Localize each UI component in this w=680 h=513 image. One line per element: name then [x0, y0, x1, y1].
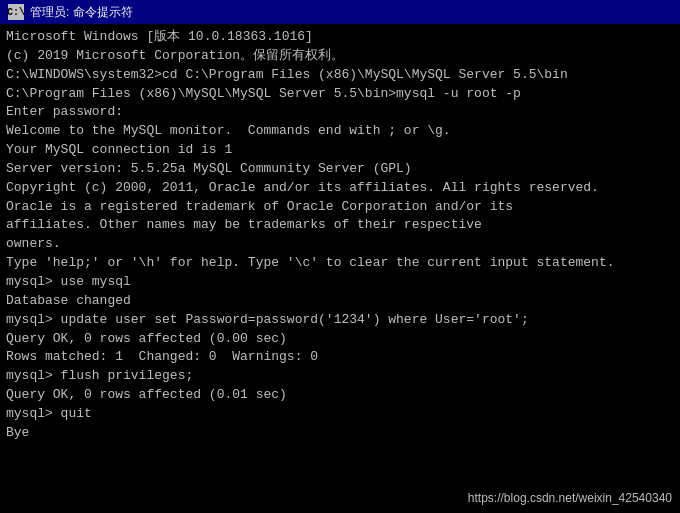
terminal-line: Server version: 5.5.25a MySQL Community …	[6, 160, 674, 179]
terminal-line: mysql> use mysql	[6, 273, 674, 292]
terminal-line: mysql> update user set Password=password…	[6, 311, 674, 330]
terminal-line: mysql> quit	[6, 405, 674, 424]
terminal-line: Copyright (c) 2000, 2011, Oracle and/or …	[6, 179, 674, 198]
terminal-line: owners.	[6, 235, 674, 254]
terminal-line: Bye	[6, 424, 674, 443]
title-bar-text: 管理员: 命令提示符	[30, 4, 133, 21]
terminal-line: Query OK, 0 rows affected (0.00 sec)	[6, 330, 674, 349]
terminal-line: Your MySQL connection id is 1	[6, 141, 674, 160]
terminal-line: Database changed	[6, 292, 674, 311]
terminal-line: C:\WINDOWS\system32>cd C:\Program Files …	[6, 66, 674, 85]
terminal-line: affiliates. Other names may be trademark…	[6, 216, 674, 235]
watermark: https://blog.csdn.net/weixin_42540340	[468, 490, 672, 507]
terminal-line: mysql> flush privileges;	[6, 367, 674, 386]
terminal-line: Type 'help;' or '\h' for help. Type '\c'…	[6, 254, 674, 273]
terminal-line: Oracle is a registered trademark of Orac…	[6, 198, 674, 217]
terminal-line: C:\Program Files (x86)\MySQL\MySQL Serve…	[6, 85, 674, 104]
terminal-line: Microsoft Windows [版本 10.0.18363.1016]	[6, 28, 674, 47]
terminal-line: Query OK, 0 rows affected (0.01 sec)	[6, 386, 674, 405]
title-bar-icon: C:\	[8, 4, 24, 20]
title-bar: C:\ 管理员: 命令提示符	[0, 0, 680, 24]
terminal-line: Rows matched: 1 Changed: 0 Warnings: 0	[6, 348, 674, 367]
terminal-line: Enter password:	[6, 103, 674, 122]
terminal: Microsoft Windows [版本 10.0.18363.1016](c…	[0, 24, 680, 513]
terminal-line: (c) 2019 Microsoft Corporation。保留所有权利。	[6, 47, 674, 66]
terminal-line: Welcome to the MySQL monitor. Commands e…	[6, 122, 674, 141]
